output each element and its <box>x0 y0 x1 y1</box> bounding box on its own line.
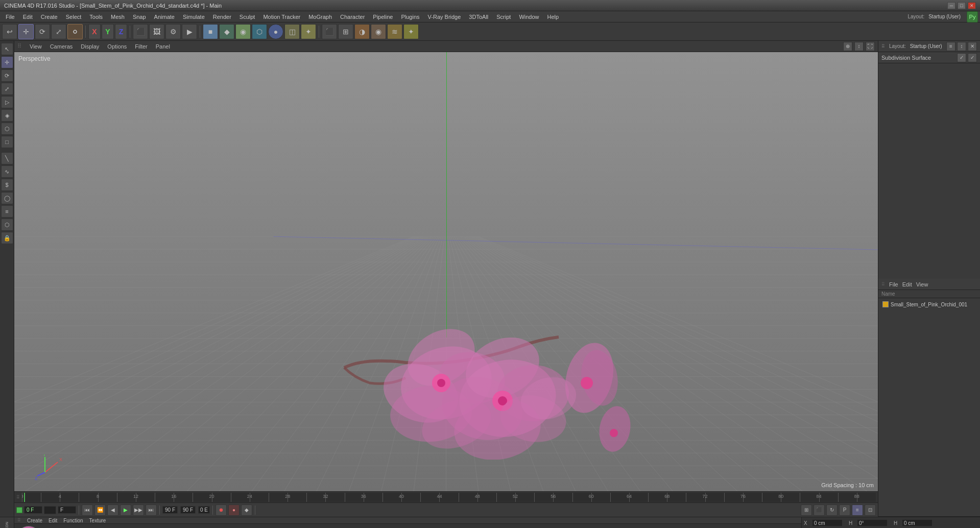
motion-blur-button[interactable]: ≡ <box>852 505 863 516</box>
menu-mograph[interactable]: MoGraph <box>305 13 336 21</box>
tool-edge[interactable]: ⬡ <box>1 123 13 135</box>
menu-3dtoall[interactable]: 3DToAll <box>465 13 492 21</box>
panel-icon-3[interactable]: ✕ <box>968 42 977 51</box>
mat-menu-texture[interactable]: Texture <box>89 518 106 523</box>
menu-window[interactable]: Window <box>515 13 542 21</box>
render-region-button[interactable]: ⬛ <box>133 24 148 39</box>
viewport-maximize-button[interactable]: ⛶ <box>866 42 875 51</box>
scene-button[interactable]: ◫ <box>284 24 300 39</box>
viewport-expand-button[interactable]: ⊕ <box>843 42 852 51</box>
texture-button[interactable]: ◉ <box>371 24 386 39</box>
start-frame-display[interactable]: 0 F <box>24 506 42 514</box>
viewport-menu-view[interactable]: View <box>30 43 42 50</box>
menu-render[interactable]: Render <box>209 13 235 21</box>
viewport-menu-cameras[interactable]: Cameras <box>50 43 73 50</box>
tool-paint[interactable]: ◯ <box>1 192 13 204</box>
menu-animate[interactable]: Animate <box>151 13 178 21</box>
tool-object[interactable]: □ <box>1 136 13 148</box>
render-frame-button[interactable]: 🖼 <box>149 24 164 39</box>
timing-button[interactable]: P <box>839 505 850 516</box>
floor-button[interactable]: ⬛ <box>322 24 337 39</box>
menu-vray[interactable]: V-Ray Bridge <box>424 13 465 21</box>
main-viewport[interactable]: Perspective Grid Spacing : 10 cm <box>14 52 878 491</box>
tool-line[interactable]: ╲ <box>1 152 13 164</box>
viewport-menu-panel[interactable]: Panel <box>156 43 170 50</box>
viewport-menu-filter[interactable]: Filter <box>135 43 147 50</box>
tool-move[interactable]: ✛ <box>1 56 13 68</box>
panel-icon-1[interactable]: ≡ <box>946 42 955 51</box>
orchid-material-preview[interactable] <box>16 526 41 528</box>
tool-polygon[interactable]: ▷ <box>1 96 13 108</box>
light-button[interactable]: ✦ <box>301 24 316 39</box>
timeline-ruler[interactable]: 0481216202428323640444852566064687276808… <box>22 493 876 502</box>
subdiv-icon-1[interactable]: ✓ <box>957 53 966 62</box>
shader-button[interactable]: ◑ <box>354 24 370 39</box>
play-forward-button[interactable]: ▶▶ <box>133 505 144 516</box>
h-scale-input[interactable] <box>902 519 933 526</box>
goto-end-button[interactable]: ⏭ <box>146 505 157 516</box>
edit-render-button[interactable]: ▶ <box>182 24 197 39</box>
keyframe-button[interactable]: ◆ <box>241 505 252 516</box>
tool-geo[interactable]: ⬡ <box>1 219 13 231</box>
menu-simulate[interactable]: Simulate <box>179 13 208 21</box>
menu-sculpt[interactable]: Sculpt <box>236 13 259 21</box>
tool-rotate[interactable]: ⟳ <box>1 69 13 82</box>
viewport-menu-display[interactable]: Display <box>81 43 99 50</box>
object-button[interactable]: ■ <box>203 24 218 39</box>
menu-help[interactable]: Help <box>544 13 563 21</box>
frame-end-display[interactable]: 90 F <box>162 506 178 514</box>
rotate-tool-button[interactable]: ⟳ <box>35 24 50 39</box>
menu-tools[interactable]: Tools <box>86 13 106 21</box>
menu-select[interactable]: Select <box>62 13 85 21</box>
frame-range-bar[interactable] <box>44 506 56 514</box>
viewport-camera-button[interactable]: ↕ <box>854 42 864 51</box>
snap-to-frame-button[interactable]: ⊞ <box>801 505 812 516</box>
subdiv-icon-2[interactable]: ✓ <box>968 53 977 62</box>
mat-menu-function[interactable]: Function <box>63 518 83 523</box>
goto-start-button[interactable]: ⏮ <box>82 505 93 516</box>
menu-create[interactable]: Create <box>37 13 61 21</box>
autokey-button[interactable]: ● <box>228 505 240 516</box>
tool-scale[interactable]: ⤢ <box>1 83 13 95</box>
mat-menu-edit[interactable]: Edit <box>49 518 57 523</box>
object-list-item[interactable]: Small_Stem_of_Pink_Orchid_001 <box>880 300 978 308</box>
fps-indicator[interactable]: 90 F <box>180 506 196 514</box>
layout-toggle-button[interactable]: ⊡ <box>865 505 876 516</box>
menu-snap[interactable]: Snap <box>129 13 150 21</box>
viewport-menu-options[interactable]: Options <box>107 43 127 50</box>
hair-button[interactable]: ≋ <box>387 24 402 39</box>
z-axis-button[interactable]: Z <box>115 24 127 39</box>
grid-button[interactable]: ⊞ <box>338 24 353 39</box>
playback-range-button[interactable]: ⬛ <box>814 505 825 516</box>
y-axis-button[interactable]: Y <box>102 24 114 39</box>
render-settings-button[interactable]: ⚙ <box>165 24 181 39</box>
layout-value[interactable]: Startup (User) <box>928 14 961 19</box>
python-button[interactable]: Py <box>967 11 978 22</box>
menu-motion-tracker[interactable]: Motion Tracker <box>259 13 304 21</box>
x-position-input[interactable] <box>812 519 843 526</box>
material-item-orchid[interactable]: Orchid <box>16 526 41 528</box>
tool-point[interactable]: ◈ <box>1 109 13 122</box>
menu-character[interactable]: Character <box>337 13 368 21</box>
tool-curve[interactable]: ∿ <box>1 165 13 178</box>
select-tool-button[interactable]: ⭘ <box>67 24 83 39</box>
h-rotation-input[interactable] <box>857 519 888 526</box>
minimize-button[interactable]: ─ <box>947 2 955 9</box>
loop-button[interactable]: ↻ <box>826 505 838 516</box>
undo-button[interactable]: ↩ <box>2 24 17 39</box>
spline-button[interactable]: ◆ <box>219 24 234 39</box>
obj-menu-view[interactable]: View <box>916 281 928 287</box>
tool-layers[interactable]: ≡ <box>1 205 13 218</box>
record-button[interactable]: ⏺ <box>216 505 227 516</box>
maximize-button[interactable]: □ <box>958 2 966 9</box>
deformer-button[interactable]: ⬡ <box>252 24 267 39</box>
obj-menu-file[interactable]: File <box>889 281 898 287</box>
tool-lock[interactable]: 🔒 <box>1 232 13 244</box>
x-axis-button[interactable]: X <box>88 24 101 39</box>
step-back-button[interactable]: ⏪ <box>94 505 106 516</box>
tool-dollar[interactable]: $ <box>1 179 13 191</box>
obj-menu-edit[interactable]: Edit <box>902 281 912 287</box>
move-tool-button[interactable]: ✛ <box>18 24 34 39</box>
menu-mesh[interactable]: Mesh <box>107 13 128 21</box>
effector-button[interactable]: ● <box>268 24 283 39</box>
